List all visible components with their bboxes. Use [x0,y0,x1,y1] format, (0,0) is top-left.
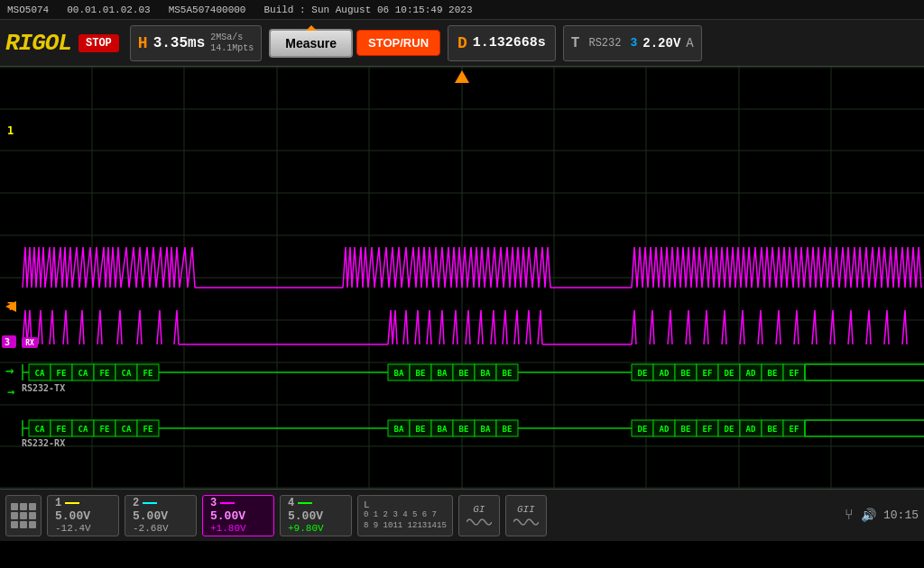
rs232-num: 3 [630,36,637,50]
svg-text:FE: FE [143,425,153,434]
stoprun-button[interactable]: STOP/RUN [356,30,440,56]
grid-icon [11,503,36,528]
toolbar: RIGOL STOP H 3.35ms 2MSa/s 14.1Mpts Meas… [0,20,924,67]
measure-button[interactable]: Measure [269,29,353,58]
svg-text:FE: FE [100,425,110,434]
svg-text:AD: AD [660,369,670,378]
svg-text:DE: DE [725,425,735,434]
t-label: T [571,35,580,51]
svg-text:BE: BE [768,369,778,378]
ch3-volt: 5.00V [210,509,245,523]
svg-text:DE: DE [638,369,648,378]
scope-area: 1 T 3 → [0,67,924,489]
svg-text:3: 3 [5,337,10,347]
svg-text:FE: FE [143,369,153,378]
trigger-indicator [455,70,469,83]
svg-text:→: → [7,384,14,399]
svg-text:CA: CA [79,425,88,434]
svg-text:EF: EF [790,425,799,434]
svg-text:BA: BA [481,369,491,378]
ch2-num: 2 [133,497,139,509]
channel2-button[interactable]: 2 5.00V -2.68V [125,495,197,536]
stop-badge[interactable]: STOP [79,34,119,52]
d-label: D [457,34,467,52]
d-value: 1.132668s [473,35,546,50]
svg-text:BA: BA [394,369,404,378]
svg-text:DE: DE [638,425,648,434]
a-badge: A [686,36,693,50]
l-numbers-row1: 0 1 2 3 4 5 6 7 [364,510,447,521]
svg-text:BA: BA [438,425,448,434]
ch3-offset: +1.80V [210,523,246,534]
trigger-section: T RS232 3 2.20V A [563,25,702,61]
svg-text:BE: BE [416,369,426,378]
serial-label: MS5A507400000 [169,5,246,15]
svg-text:BA: BA [438,369,448,378]
svg-text:FE: FE [57,369,67,378]
horizontal-section: H 3.35ms 2MSa/s 14.1Mpts [130,25,262,61]
gi-label: GI [473,504,485,515]
svg-text:AD: AD [746,369,756,378]
ch1-num: 1 [55,497,61,509]
l-numbers-row2: 8 9 1011 12131415 [364,521,447,532]
svg-text:AD: AD [660,425,670,434]
svg-text:BE: BE [503,425,513,434]
h-value: 3.35ms [153,35,206,51]
channel3-button[interactable]: 3 5.00V +1.80V [202,495,274,536]
status-bar: MSO5074 00.01.01.02.03 MS5A507400000 Bui… [0,0,924,20]
svg-text:CA: CA [122,425,132,434]
ch4-dash [298,502,312,504]
svg-text:→: → [5,362,14,379]
gii-button[interactable]: GII [505,495,547,536]
gi-button[interactable]: GI [458,495,500,536]
ch1-volt: 5.00V [55,509,90,523]
ch2-volt: 5.00V [133,509,168,523]
h-label: H [138,34,148,52]
l-section[interactable]: L 0 1 2 3 4 5 6 7 8 9 1011 12131415 [357,495,453,536]
build-label: Build : Sun August 06 10:15:49 2023 [263,5,472,15]
scope-grid: 1 T 3 → [0,67,924,489]
svg-text:AD: AD [746,425,756,434]
svg-text:1: 1 [7,124,14,137]
sine-wave-icon [467,517,492,527]
time-display: 10:15 [883,508,919,522]
right-icons: ⑂ 🔊 10:15 [845,508,919,524]
svg-text:BE: BE [459,425,469,434]
svg-text:BA: BA [394,425,404,434]
channel4-button[interactable]: 4 5.00V +9.80V [280,495,352,536]
channel1-button[interactable]: 1 5.00V -12.4V [47,495,119,536]
model-label: MSO5074 [7,5,49,15]
h-rate: 2MSa/s 14.1Mpts [210,32,254,54]
ch1-dash [65,502,79,504]
svg-text:BE: BE [681,369,691,378]
bottom-bar: 1 5.00V -12.4V 2 5.00V -2.68V 3 5.00V +1… [0,489,924,541]
ch4-offset: +9.80V [288,523,324,534]
gii-label: GII [517,504,535,515]
ch1-offset: -12.4V [55,523,91,534]
svg-text:BE: BE [681,425,691,434]
svg-text:EF: EF [703,369,713,378]
svg-text:DE: DE [725,369,735,378]
usb-icon: ⑂ [845,508,854,524]
svg-text:BE: BE [416,425,426,434]
gii-sine-wave-icon [513,517,539,527]
svg-text:BE: BE [503,369,513,378]
svg-text:CA: CA [122,369,132,378]
svg-text:RS232-TX: RS232-TX [22,383,65,393]
menu-button[interactable] [5,495,42,536]
svg-text:FE: FE [100,369,110,378]
ch2-offset: -2.68V [133,523,169,534]
ch3-num: 3 [210,497,217,509]
svg-text:EF: EF [790,369,799,378]
svg-text:FE: FE [57,425,67,434]
svg-text:RS232-RX: RS232-RX [22,438,65,448]
ch3-dash [220,502,235,504]
svg-text:RX: RX [25,339,34,347]
svg-text:BE: BE [459,369,469,378]
delay-section: D 1.132668s [448,25,556,61]
ch4-volt: 5.00V [288,509,323,523]
svg-text:CA: CA [79,369,88,378]
rs232-badge: RS232 [585,35,624,51]
volume-icon: 🔊 [861,508,876,523]
svg-text:EF: EF [703,425,713,434]
